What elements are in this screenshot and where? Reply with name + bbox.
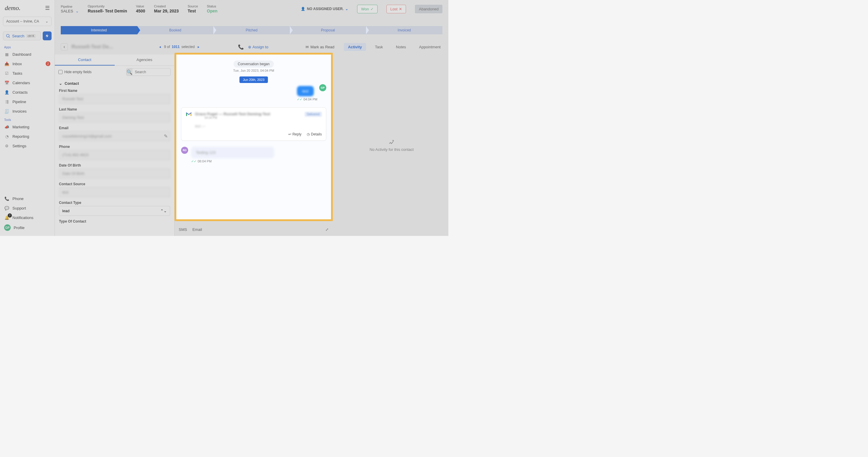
search-label: Search xyxy=(12,34,24,38)
hide-empty-label: Hide empty fields xyxy=(64,70,92,74)
status-label: Status xyxy=(207,4,218,8)
conversation-began-label: Conversation began xyxy=(234,60,274,67)
mark-as-read-button[interactable]: ✉ Mark as Read xyxy=(306,45,334,49)
quick-action-button[interactable] xyxy=(43,31,52,40)
details-button[interactable]: ◷ Details xyxy=(307,132,322,136)
phone-input[interactable] xyxy=(59,150,170,160)
panel-tab-agencies[interactable]: Agencies xyxy=(115,55,175,65)
search-icon xyxy=(6,33,10,38)
contact-section-label: Contact xyxy=(65,81,79,86)
sidebar-collapse-icon[interactable]: ☰ xyxy=(45,5,50,11)
abandoned-button[interactable]: Abandoned xyxy=(415,5,442,13)
sidebar-phone[interactable]: 📞Phone xyxy=(0,194,55,203)
panel-tab-contact[interactable]: Contact xyxy=(55,55,115,65)
inbox-badge: 2 xyxy=(45,61,51,66)
global-search[interactable]: Search ctrl K xyxy=(3,31,41,40)
tab-notes[interactable]: Notes xyxy=(392,43,410,51)
details-label: Details xyxy=(311,132,322,136)
sidebar-settings[interactable]: ⚙Settings xyxy=(0,141,55,151)
user-icon: 👤 xyxy=(301,7,305,11)
contact-type-select[interactable]: lead⌃⌄ xyxy=(59,206,170,216)
back-button[interactable]: ‹ xyxy=(61,43,68,50)
lost-button[interactable]: Lost ✕ xyxy=(386,5,406,13)
pipeline-stages: Interested Booked Pitched Proposal Invoi… xyxy=(61,26,442,34)
won-button[interactable]: Won ✓ xyxy=(357,5,377,13)
value-value: 4500 xyxy=(136,9,145,13)
sidebar-tasks[interactable]: ☑Tasks xyxy=(0,68,55,78)
delivered-check-icon: ✓✓ xyxy=(297,97,302,101)
reply-button[interactable]: ↩ Reply xyxy=(288,132,302,136)
sidebar-pipeline[interactable]: ⇶Pipeline xyxy=(0,97,55,106)
outgoing-message[interactable]: test xyxy=(297,86,314,96)
field-search-input[interactable] xyxy=(132,68,171,75)
sidebar-calendars[interactable]: 📅Calendars xyxy=(0,78,55,87)
first-name-input[interactable] xyxy=(59,94,170,104)
svg-line-1 xyxy=(9,37,10,38)
stage-pitched[interactable]: Pitched xyxy=(213,26,290,34)
sidebar-support[interactable]: 💬Support xyxy=(0,203,55,213)
incoming-avatar: RD xyxy=(181,147,188,154)
assign-to-button[interactable]: ⊕ Assign to xyxy=(248,45,268,49)
logo: demo. xyxy=(5,4,21,12)
pager-prev[interactable]: ◂ xyxy=(158,45,162,49)
call-icon[interactable]: 📞 xyxy=(238,44,244,50)
tab-activity[interactable]: Activity xyxy=(344,43,366,51)
last-name-input[interactable] xyxy=(59,113,170,122)
first-name-label: First Name xyxy=(59,89,170,93)
conversation-began-date: Tue, Jun 20 2023, 04:04 PM xyxy=(181,69,326,72)
tab-appointment[interactable]: Appointment xyxy=(415,43,445,51)
email-message-card[interactable]: Grace Pugel — Russell-Test Deming-Test 0… xyxy=(181,107,326,141)
dob-input[interactable] xyxy=(59,169,170,178)
hide-empty-checkbox[interactable] xyxy=(58,70,63,74)
sidebar-reporting[interactable]: ◔Reporting xyxy=(0,131,55,141)
expand-icon[interactable]: ⤢ xyxy=(326,227,329,232)
contact-source-input[interactable] xyxy=(59,187,170,197)
sidebar-inbox[interactable]: 📥Inbox2 xyxy=(0,59,55,68)
sender-avatar: GP xyxy=(319,84,326,91)
compose-email-tab[interactable]: Email xyxy=(192,227,202,232)
stage-proposal[interactable]: Proposal xyxy=(290,26,366,34)
field-search[interactable]: 🔍 xyxy=(126,68,171,76)
email-input[interactable] xyxy=(59,131,170,141)
incoming-message[interactable]: Testing 123 xyxy=(191,147,274,158)
compose-sms-tab[interactable]: SMS xyxy=(179,227,187,232)
assign-to-label: Assign to xyxy=(252,45,268,49)
created-value: Mar 29, 2023 xyxy=(154,9,179,13)
date-separator: Jun 20th, 2023 xyxy=(240,77,268,83)
contact-type-value: lead xyxy=(62,209,70,213)
sidebar-notifications[interactable]: 🔔7Notifications xyxy=(0,213,55,222)
marketing-label: Marketing xyxy=(12,125,29,129)
status-value[interactable]: Open xyxy=(207,9,218,13)
pipeline-selector[interactable]: SALES ⌄ xyxy=(61,9,79,13)
tools-heading: Tools xyxy=(0,116,55,122)
value-label: Value xyxy=(136,4,145,8)
account-selector[interactable]: Account -- Irvine, CA ⌄ xyxy=(3,17,52,26)
stage-invoiced[interactable]: Invoiced xyxy=(366,26,442,34)
sidebar-contacts[interactable]: 👤Contacts xyxy=(0,87,55,97)
stage-interested[interactable]: Interested xyxy=(61,26,137,34)
clock-icon: ◷ xyxy=(307,132,310,136)
stage-booked[interactable]: Booked xyxy=(137,26,214,34)
edit-icon[interactable]: ✎ xyxy=(164,133,168,139)
hide-empty-toggle[interactable]: Hide empty fields xyxy=(58,70,92,74)
sidebar-invoices[interactable]: 🧾Invoices xyxy=(0,106,55,116)
tab-task[interactable]: Task xyxy=(371,43,387,51)
email-status-badge: Delivered xyxy=(305,112,322,117)
sidebar-profile[interactable]: GPProfile xyxy=(0,222,55,233)
marketing-icon: 📣 xyxy=(4,124,9,129)
won-label: Won xyxy=(361,7,369,11)
conversation-panel: Conversation began Tue, Jun 20 2023, 04:… xyxy=(175,53,333,221)
gear-icon: ⚙ xyxy=(4,143,9,149)
plus-circle-icon: ⊕ xyxy=(248,45,251,49)
sidebar-marketing[interactable]: 📣Marketing xyxy=(0,122,55,131)
assigned-user-selector[interactable]: 👤 NO ASSIGNED USER. ⌄ xyxy=(301,7,348,11)
contact-type-label: Contact Type xyxy=(59,201,170,205)
contacts-icon: 👤 xyxy=(4,90,9,95)
sidebar-dashboard[interactable]: ▦Dashboard xyxy=(0,50,55,59)
pager-total: 1011 xyxy=(172,45,180,49)
pager-next[interactable]: ▸ xyxy=(196,45,200,49)
contact-name-heading: Russell-Test De... xyxy=(71,44,113,50)
email-label: Email xyxy=(59,126,170,130)
svg-point-0 xyxy=(6,34,9,37)
contact-section-toggle[interactable]: ⌄ Contact xyxy=(55,78,174,89)
